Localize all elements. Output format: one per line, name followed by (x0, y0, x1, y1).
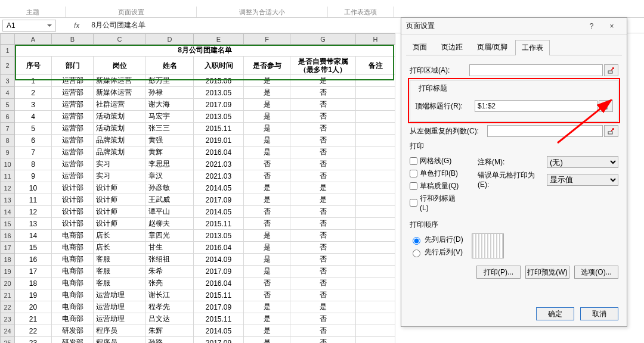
fx-icon[interactable]: fx (74, 21, 79, 30)
data-cell[interactable]: 电商部 (52, 277, 94, 289)
data-cell[interactable]: 21 (15, 313, 52, 325)
comments-select[interactable]: (无) (547, 156, 618, 168)
data-cell[interactable]: 谢大海 (146, 99, 194, 111)
data-cell[interactable]: 朱辉 (146, 325, 194, 337)
data-cell[interactable]: 2016.04 (194, 242, 244, 254)
row-header[interactable]: 9 (1, 146, 15, 158)
data-cell[interactable]: 章汉 (146, 170, 194, 182)
data-cell[interactable]: 2019.01 (194, 135, 244, 146)
data-cell[interactable]: 否 (244, 206, 290, 218)
data-cell[interactable]: 2016.04 (194, 277, 244, 289)
row-header[interactable]: 15 (1, 218, 15, 230)
col-header-E[interactable]: E (194, 34, 244, 45)
data-cell[interactable]: 15 (15, 242, 52, 254)
data-cell[interactable]: 运营部 (52, 75, 94, 87)
ribbon-group-sheet-options[interactable]: 工作表选项 (328, 7, 394, 17)
data-cell[interactable]: 谭平山 (146, 206, 194, 218)
data-cell[interactable]: 运营部 (52, 146, 94, 158)
data-cell[interactable] (356, 206, 395, 218)
data-cell[interactable]: 电商部 (52, 242, 94, 254)
data-cell[interactable] (356, 123, 395, 135)
col-header-F[interactable]: F (244, 34, 290, 45)
data-cell[interactable]: 是 (290, 301, 356, 313)
col-header-A[interactable]: A (15, 34, 52, 45)
data-cell[interactable]: 2017.09 (194, 99, 244, 111)
table-header[interactable]: 姓名 (146, 57, 194, 75)
data-cell[interactable]: 19 (15, 289, 52, 301)
data-cell[interactable]: 2017.09 (194, 301, 244, 313)
data-cell[interactable]: 否 (290, 123, 356, 135)
data-cell[interactable]: 吕文达 (146, 313, 194, 325)
data-cell[interactable]: 新媒体运营 (94, 87, 146, 99)
data-cell[interactable]: 程序员 (94, 337, 146, 344)
data-cell[interactable]: 是 (244, 325, 290, 337)
data-cell[interactable]: 电商部 (52, 254, 94, 266)
row-header[interactable]: 10 (1, 158, 15, 170)
data-cell[interactable]: 是 (244, 146, 290, 158)
ribbon-group-scale[interactable]: 调整为合适大小 (197, 7, 328, 17)
row-header[interactable]: 25 (1, 337, 15, 344)
data-cell[interactable] (356, 289, 395, 301)
data-cell[interactable]: 是 (244, 123, 290, 135)
data-cell[interactable]: 张绍祖 (146, 254, 194, 266)
data-cell[interactable]: 是 (244, 230, 290, 242)
data-cell[interactable] (356, 242, 395, 254)
row-header[interactable]: 14 (1, 206, 15, 218)
data-cell[interactable]: 设计部 (52, 206, 94, 218)
data-cell[interactable]: 否 (290, 277, 356, 289)
data-cell[interactable]: 谢长江 (146, 289, 194, 301)
data-cell[interactable]: 12 (15, 206, 52, 218)
data-cell[interactable]: 否 (290, 158, 356, 170)
data-cell[interactable]: 否 (290, 99, 356, 111)
data-cell[interactable]: 17 (15, 266, 52, 277)
row-header[interactable]: 7 (1, 123, 15, 135)
data-cell[interactable]: 否 (290, 242, 356, 254)
data-cell[interactable]: 2016.04 (194, 146, 244, 158)
data-cell[interactable]: 孙禄 (146, 87, 194, 99)
row-header[interactable]: 3 (1, 75, 15, 87)
print-button[interactable]: 打印(P)... (476, 266, 521, 279)
data-cell[interactable]: 电商部 (52, 266, 94, 277)
data-cell[interactable]: 否 (290, 254, 356, 266)
row-header[interactable]: 6 (1, 111, 15, 123)
data-cell[interactable]: 品牌策划 (94, 135, 146, 146)
col-header-C[interactable]: C (94, 34, 146, 45)
data-cell[interactable]: 品牌策划 (94, 146, 146, 158)
data-cell[interactable]: 4 (15, 111, 52, 123)
data-cell[interactable] (356, 111, 395, 123)
data-cell[interactable]: 活动策划 (94, 123, 146, 135)
data-cell[interactable]: 客服 (94, 254, 146, 266)
data-cell[interactable]: 张亮 (146, 277, 194, 289)
data-cell[interactable]: 是 (244, 337, 290, 344)
data-cell[interactable]: 否 (244, 158, 290, 170)
formula-bar[interactable]: 8月公司团建名单 (91, 20, 145, 30)
data-cell[interactable]: 研发部 (52, 325, 94, 337)
data-cell[interactable]: 5 (15, 123, 52, 135)
data-cell[interactable]: 2017.09 (194, 194, 244, 206)
data-cell[interactable]: 运营助理 (94, 313, 146, 325)
data-cell[interactable]: 2013.05 (194, 230, 244, 242)
ribbon-group-theme[interactable]: 主题 (0, 7, 66, 17)
name-box[interactable]: A1 (2, 20, 56, 32)
data-cell[interactable]: 6 (15, 135, 52, 146)
tab-sheet[interactable]: 工作表 (515, 40, 550, 55)
data-cell[interactable]: 活动策划 (94, 111, 146, 123)
col-header-D[interactable]: D (146, 34, 194, 45)
title-cell[interactable]: 8月公司团建名单 (15, 45, 395, 57)
data-cell[interactable]: 否 (290, 230, 356, 242)
data-cell[interactable]: 2015.11 (194, 289, 244, 301)
data-cell[interactable] (356, 277, 395, 289)
row-header[interactable]: 19 (1, 266, 15, 277)
data-cell[interactable]: 否 (290, 313, 356, 325)
table-header[interactable]: 部门 (52, 57, 94, 75)
data-cell[interactable]: 2014.05 (194, 182, 244, 194)
data-cell[interactable]: 否 (290, 289, 356, 301)
data-cell[interactable]: 运营助理 (94, 289, 146, 301)
data-cell[interactable]: 2014.09 (194, 254, 244, 266)
data-cell[interactable] (356, 266, 395, 277)
range-picker-icon[interactable] (599, 100, 613, 112)
data-cell[interactable]: 2015.11 (194, 218, 244, 230)
row-header[interactable]: 2 (1, 57, 15, 75)
data-cell[interactable]: 2015.06 (194, 75, 244, 87)
data-cell[interactable]: 电商部 (52, 301, 94, 313)
